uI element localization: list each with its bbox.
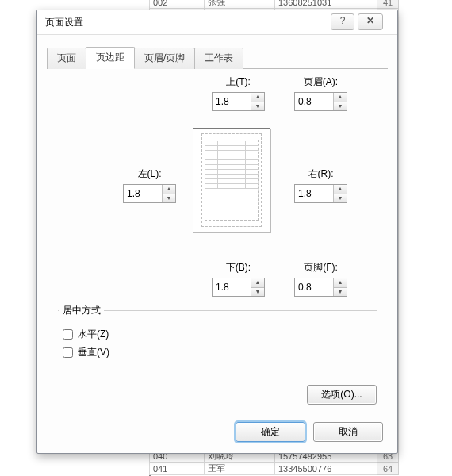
margin-left-label: 左(L): [123,167,176,181]
options-button[interactable]: 选项(O)... [307,385,377,405]
spin-down-icon[interactable]: ▼ [251,288,264,297]
center-vertical-label: 垂直(V) [78,346,109,359]
margin-bottom-input[interactable] [213,278,251,296]
margin-header-label: 页眉(A): [294,75,347,89]
spinner-buttons[interactable]: ▲▼ [333,93,347,110]
center-horizontal-label: 水平(Z) [78,328,109,341]
dialog-title: 页面设置 [45,17,83,28]
margin-footer-input[interactable] [295,278,333,296]
close-icon: ✕ [366,15,374,26]
margin-top-input[interactable] [213,93,251,110]
margin-footer-group: 页脚(F): ▲▼ [294,261,347,297]
margin-header-group: 页眉(A): ▲▼ [294,75,347,111]
margin-right-input[interactable] [295,185,333,202]
margin-footer-spinner[interactable]: ▲▼ [294,278,347,297]
spin-down-icon[interactable]: ▼ [334,288,347,297]
cell[interactable]: 13608251031 [275,0,377,9]
dialog-titlebar[interactable]: 页面设置 ? ✕ [37,10,397,35]
margin-left-group: 左(L): ▲▼ [123,167,176,203]
margin-bottom-label: 下(B): [212,261,265,274]
preview-content [205,141,259,189]
margin-right-spinner[interactable]: ▲▼ [294,184,347,203]
spinner-buttons[interactable]: ▲▼ [251,278,264,296]
margin-top-label: 上(T): [212,75,265,89]
margin-bottom-spinner[interactable]: ▲▼ [212,278,265,297]
cancel-button[interactable]: 取消 [313,422,383,442]
spin-up-icon[interactable]: ▲ [334,185,347,194]
center-vertical-checkbox[interactable] [63,347,73,358]
cell[interactable]: 13345500776 [275,463,377,475]
spin-down-icon[interactable]: ▼ [163,194,175,203]
spinner-buttons[interactable]: ▲▼ [333,278,347,296]
dialog-footer: 确定 取消 [236,422,383,442]
spin-up-icon[interactable]: ▲ [251,93,264,102]
spin-up-icon[interactable]: ▲ [334,278,347,288]
spinner-buttons[interactable]: ▲▼ [251,93,264,110]
spin-up-icon[interactable]: ▲ [251,278,264,288]
margin-right-group: 右(R): ▲▼ [294,167,347,203]
center-vertical-row[interactable]: 垂直(V) [59,345,375,360]
help-button[interactable]: ? [331,13,354,30]
margin-left-spinner[interactable]: ▲▼ [123,184,176,203]
spin-up-icon[interactable]: ▲ [163,185,175,194]
page-preview [193,128,270,232]
row-header[interactable]: 64 [377,463,399,475]
sheet-row: 041王军1334550077664 [150,463,399,475]
page-setup-dialog: 页面设置 ? ✕ 页面页边距页眉/页脚工作表 上(T): ▲▼ 页眉(A): ▲… [36,10,398,454]
cell[interactable]: 002 [150,0,205,9]
spin-down-icon[interactable]: ▼ [334,194,347,203]
spinner-buttons[interactable]: ▲▼ [162,185,175,202]
centering-legend: 居中方式 [59,304,104,317]
cell[interactable]: 张强 [205,0,275,9]
centering-fieldset: 居中方式 水平(Z) 垂直(V) [58,304,377,365]
spin-up-icon[interactable]: ▲ [334,93,347,102]
options-row: 选项(O)... [307,385,377,405]
margin-top-spinner[interactable]: ▲▼ [212,92,265,111]
center-horizontal-row[interactable]: 水平(Z) [59,327,375,342]
margin-left-input[interactable] [124,185,162,202]
tab-页边距[interactable]: 页边距 [86,47,135,69]
spin-down-icon[interactable]: ▼ [251,102,264,111]
help-icon: ? [340,15,346,26]
cell[interactable]: 王军 [205,463,275,475]
spin-down-icon[interactable]: ▼ [334,102,347,111]
dialog-body: 上(T): ▲▼ 页眉(A): ▲▼ 左(L): ▲▼ 右(R): [47,66,388,413]
margin-top-group: 上(T): ▲▼ [212,75,265,111]
margin-header-spinner[interactable]: ▲▼ [294,92,347,111]
row-header[interactable]: 41 [377,0,399,9]
margin-header-input[interactable] [295,93,333,110]
close-button[interactable]: ✕ [358,13,383,30]
margin-footer-label: 页脚(F): [294,261,347,274]
sheet-row: 002张强1360825103141 [150,0,399,9]
margin-right-label: 右(R): [294,167,347,181]
ok-button[interactable]: 确定 [236,422,305,442]
spinner-buttons[interactable]: ▲▼ [333,185,347,202]
margin-bottom-group: 下(B): ▲▼ [212,261,265,297]
cell[interactable]: 041 [150,463,205,475]
center-horizontal-checkbox[interactable] [63,329,73,340]
